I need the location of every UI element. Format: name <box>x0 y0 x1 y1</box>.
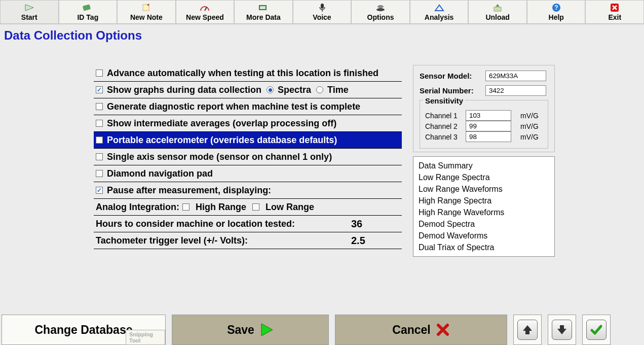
newspeed-button[interactable]: New Speed <box>176 0 235 24</box>
svg-marker-10 <box>435 5 443 11</box>
svg-text:?: ? <box>554 4 558 11</box>
svg-marker-0 <box>25 5 33 11</box>
moredata-button[interactable]: More Data <box>234 0 293 24</box>
svg-marker-18 <box>557 325 566 334</box>
help-button[interactable]: ?Help <box>527 0 586 24</box>
up-button[interactable] <box>513 315 542 345</box>
page-title: Data Collection Options <box>0 24 644 43</box>
checkbox-icon[interactable] <box>96 86 103 93</box>
checkbox-icon[interactable] <box>96 70 103 77</box>
list-item[interactable]: Demod Waveforms <box>419 230 549 242</box>
svg-marker-12 <box>496 4 500 7</box>
channel-unit: mV/G <box>520 112 539 120</box>
toolbar-label: New Note <box>130 13 163 21</box>
checkbox-icon[interactable] <box>96 136 103 144</box>
checkbox-icon[interactable] <box>96 120 103 127</box>
opt-label: Generate diagnostic report when machine … <box>107 101 360 112</box>
opt-advance[interactable]: Advance automatically when testing at th… <box>94 65 402 82</box>
radio-icon[interactable] <box>267 86 274 93</box>
toolbar-label: Voice <box>313 13 331 21</box>
display-list[interactable]: Data SummaryLow Range SpectraLow Range W… <box>413 156 555 257</box>
opt-label: Advance automatically when testing at th… <box>107 68 378 79</box>
toolbar-label: Analysis <box>425 13 454 21</box>
sensor-model-label: Sensor Model: <box>420 72 485 80</box>
sensor-model-input[interactable] <box>485 71 546 81</box>
list-item[interactable]: Low Range Waveforms <box>419 183 549 195</box>
opt-portable[interactable]: Portable accelerometer (overrides databa… <box>94 132 402 149</box>
unload-button[interactable]: Unload <box>468 0 527 24</box>
opt-label: Show graphs during data collection <box>107 85 261 95</box>
channel-unit: mV/G <box>520 133 539 141</box>
opt-label: Single axis sensor mode (sensor on chann… <box>107 152 332 162</box>
play-icon <box>259 323 274 337</box>
cancel-button[interactable]: Cancel <box>335 315 507 345</box>
tach-input[interactable] <box>351 235 382 247</box>
checkbox-icon[interactable] <box>252 203 259 211</box>
channel-label: Channel 1 <box>425 112 466 120</box>
tach-label: Tachometer trigger level (+/- Volts): <box>96 235 351 246</box>
opt-single-axis[interactable]: Single axis sensor mode (sensor on chann… <box>94 149 402 165</box>
serial-input[interactable] <box>485 85 546 96</box>
list-item[interactable]: High Range Spectra <box>419 195 549 206</box>
opt-show-graphs[interactable]: Show graphs during data collection Spect… <box>94 82 402 98</box>
sensor-column: Sensor Model: Serial Number: Sensitivity… <box>413 65 555 257</box>
svg-line-3 <box>205 7 207 11</box>
list-item[interactable]: Demod Spectra <box>419 218 549 230</box>
moredata-icon <box>258 3 269 12</box>
list-item[interactable]: Data Summary <box>419 160 549 171</box>
opt-label: Show intermediate averages (overlap proc… <box>107 118 336 129</box>
serial-row: Serial Number: <box>420 85 548 96</box>
channel-value-input[interactable] <box>466 131 511 142</box>
start-icon <box>24 3 35 12</box>
radio-spectra-label: Spectra <box>278 85 311 95</box>
options-button[interactable]: Options <box>351 0 410 24</box>
change-database-button[interactable]: Change Database Snipping Tool <box>2 315 166 345</box>
options-column: Advance automatically when testing at th… <box>94 65 402 257</box>
hours-label: Hours to consider machine or location te… <box>96 219 351 229</box>
svg-point-8 <box>376 8 385 11</box>
arrow-down-icon <box>556 324 568 336</box>
newnote-button[interactable]: New Note <box>117 0 176 24</box>
checkbox-icon[interactable] <box>96 170 103 177</box>
channel-value-input[interactable] <box>466 110 511 121</box>
opt-intermediate[interactable]: Show intermediate averages (overlap proc… <box>94 115 402 132</box>
main-area: Advance automatically when testing at th… <box>0 43 644 257</box>
checkbox-icon[interactable] <box>96 187 103 194</box>
arrow-up-icon <box>521 324 534 336</box>
cancel-label: Cancel <box>392 323 430 337</box>
snipping-tooltip: Snipping Tool <box>126 330 165 345</box>
toolbar-label: Start <box>21 13 37 21</box>
checkbox-icon[interactable] <box>182 203 190 211</box>
analysis-button[interactable]: Analysis <box>410 0 469 24</box>
confirm-button[interactable] <box>582 315 611 345</box>
checkbox-icon[interactable] <box>96 103 103 110</box>
save-label: Save <box>227 323 254 337</box>
channel-label: Channel 2 <box>425 122 466 130</box>
start-button[interactable]: Start <box>0 0 59 24</box>
opt-gen-report[interactable]: Generate diagnostic report when machine … <box>94 98 402 115</box>
save-button[interactable]: Save <box>172 315 329 345</box>
toolbar-label: Help <box>549 13 564 21</box>
voice-button[interactable]: Voice <box>293 0 352 24</box>
list-item[interactable]: High Range Waveforms <box>419 206 549 218</box>
opt-pause[interactable]: Pause after measurement, displaying: <box>94 182 402 199</box>
toolbar-label: More Data <box>246 13 281 21</box>
toolbar: StartID TagNew NoteNew SpeedMore DataVoi… <box>0 0 644 24</box>
hours-input[interactable] <box>351 218 382 230</box>
channel-row: Channel 1mV/G <box>425 110 543 121</box>
svg-rect-1 <box>83 4 91 11</box>
check-icon <box>590 323 603 336</box>
opt-label: Analog Integration: <box>96 202 179 213</box>
x-icon <box>436 323 450 337</box>
channel-value-input[interactable] <box>466 121 511 131</box>
toolbar-label: Exit <box>608 13 621 21</box>
checkbox-icon[interactable] <box>96 153 103 160</box>
exit-button[interactable]: Exit <box>585 0 644 24</box>
radio-icon[interactable] <box>316 86 323 93</box>
opt-diamond[interactable]: Diamond navigation pad <box>94 165 402 182</box>
changedb-label: Change Database <box>34 323 132 337</box>
list-item[interactable]: Low Range Spectra <box>419 171 549 183</box>
list-item[interactable]: Dual Triax of Spectra <box>419 242 549 253</box>
down-button[interactable] <box>548 315 576 345</box>
idtag-button[interactable]: ID Tag <box>59 0 118 24</box>
